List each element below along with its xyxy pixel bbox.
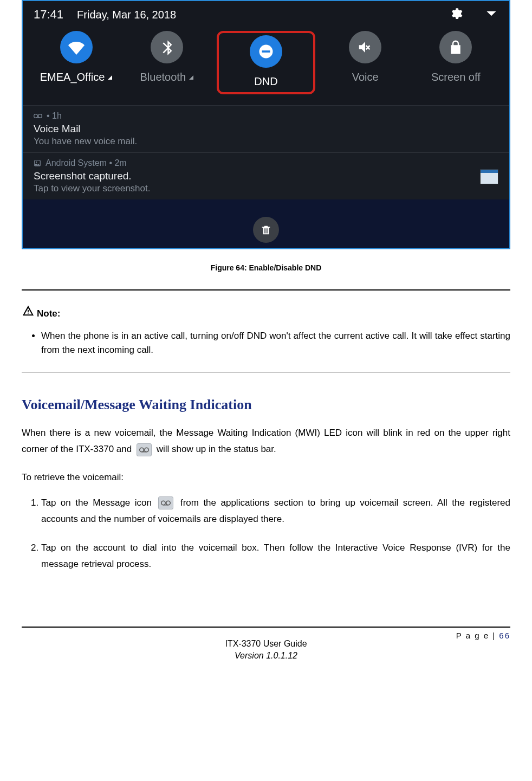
footer-doc-info: ITX-3370 User Guide Version 1.0.1.12 bbox=[22, 638, 510, 662]
svg-point-11 bbox=[166, 501, 171, 506]
screen-label: Screen off bbox=[431, 71, 481, 83]
voice-label: Voice bbox=[352, 71, 379, 83]
svg-point-8 bbox=[145, 448, 149, 452]
page-footer: P a g e | 66 ITX-3370 User Guide Version… bbox=[22, 627, 510, 662]
notif-sub: You have new voice mail. bbox=[34, 136, 498, 147]
warning-triangle-icon bbox=[22, 305, 35, 319]
intro-paragraph: When there is a new voicemail, the Messa… bbox=[22, 425, 510, 458]
screenshot-thumbnail-icon bbox=[480, 169, 498, 184]
retrieve-label: To retrieve the voicemail: bbox=[22, 472, 510, 483]
bluetooth-label: Bluetooth bbox=[140, 71, 194, 83]
figure-caption: Figure 64: Enable/Disable DND bbox=[22, 263, 510, 272]
step-1: Tap on the Message icon from the applica… bbox=[41, 495, 510, 527]
svg-point-3 bbox=[38, 114, 42, 118]
note-bullet: When the phone is in an active call, tur… bbox=[41, 329, 510, 358]
notification-footer bbox=[23, 199, 509, 248]
svg-rect-1 bbox=[262, 50, 270, 53]
dropdown-triangle-icon bbox=[189, 75, 193, 80]
chevron-down-icon[interactable] bbox=[484, 7, 498, 23]
voicemail-app-icon bbox=[158, 496, 173, 509]
notif-title: Screenshot captured. bbox=[34, 170, 498, 182]
speaker-mute-icon bbox=[349, 31, 381, 63]
quick-toggles-row: EMEA_Office Bluetooth DND Voice bbox=[23, 28, 509, 105]
bluetooth-icon bbox=[151, 31, 183, 63]
wifi-toggle[interactable]: EMEA_Office bbox=[36, 31, 117, 94]
notif-meta: Android System • 2m bbox=[34, 158, 498, 168]
note-heading: Note: bbox=[22, 305, 510, 319]
dnd-label: DND bbox=[254, 75, 277, 88]
screen-lock-toggle[interactable]: Screen off bbox=[415, 31, 496, 94]
dnd-toggle[interactable]: DND bbox=[225, 35, 307, 88]
notif-sub: Tap to view your screenshot. bbox=[34, 183, 498, 194]
divider bbox=[22, 289, 510, 291]
voicemail-notification[interactable]: • 1h Voice Mail You have new voice mail. bbox=[23, 105, 509, 152]
wifi-label: EMEA_Office bbox=[40, 71, 113, 83]
note-label: Note: bbox=[37, 308, 60, 319]
step-2: Tap on the account to dial into the voic… bbox=[41, 540, 510, 572]
dropdown-triangle-icon bbox=[108, 75, 112, 80]
notif-meta: • 1h bbox=[34, 111, 498, 121]
statusbar-header: 17:41 Friday, Mar 16, 2018 bbox=[23, 1, 509, 28]
dnd-icon bbox=[250, 35, 282, 68]
page-number: P a g e | 66 bbox=[456, 631, 510, 640]
voice-toggle[interactable]: Voice bbox=[325, 31, 406, 94]
clock-time: 17:41 bbox=[34, 8, 63, 22]
svg-point-2 bbox=[34, 114, 38, 118]
screenshot-notification[interactable]: Android System • 2m Screenshot captured.… bbox=[23, 152, 509, 199]
svg-point-7 bbox=[140, 448, 144, 452]
svg-point-10 bbox=[161, 501, 166, 506]
section-heading: Voicemail/Message Waiting Indication bbox=[22, 397, 510, 413]
voicemail-statusbar-icon bbox=[137, 443, 152, 456]
steps-list: Tap on the Message icon from the applica… bbox=[22, 495, 510, 572]
settings-gear-icon[interactable] bbox=[449, 7, 463, 23]
clear-all-button[interactable] bbox=[253, 217, 279, 243]
svg-point-6 bbox=[36, 162, 37, 163]
divider bbox=[22, 372, 510, 372]
dnd-highlight: DND bbox=[217, 31, 315, 94]
wifi-icon bbox=[60, 31, 93, 63]
note-list: When the phone is in an active call, tur… bbox=[22, 329, 510, 358]
dnd-screenshot: 17:41 Friday, Mar 16, 2018 EMEA_Office B… bbox=[22, 0, 510, 249]
bluetooth-toggle[interactable]: Bluetooth bbox=[126, 31, 207, 94]
notif-title: Voice Mail bbox=[34, 123, 498, 135]
clock-date: Friday, Mar 16, 2018 bbox=[77, 9, 176, 21]
lock-icon bbox=[439, 31, 472, 63]
